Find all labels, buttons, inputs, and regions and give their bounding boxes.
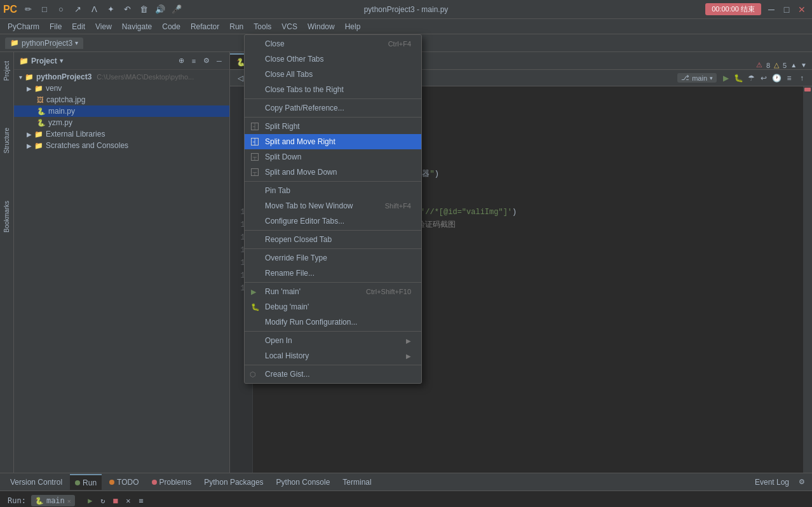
ctx-close-all[interactable]: Close All Tabs [245, 67, 421, 82]
rename-label: Rename File... [265, 269, 315, 278]
context-menu-overlay[interactable]: Close Ctrl+F4 Close Other Tabs Close All… [0, 0, 812, 507]
reopen-label: Reopen Closed Tab [265, 235, 332, 244]
close-all-label: Close All Tabs [265, 70, 313, 79]
menu-group-file: Override File Type Rename File... [245, 249, 421, 283]
ctx-create-gist[interactable]: ⬡ Create Gist... [245, 367, 421, 382]
ctx-reopen[interactable]: Reopen Closed Tab [245, 232, 421, 247]
split-down-icon: ┬ [251, 153, 259, 161]
ctx-move-window[interactable]: Move Tab to New Window Shift+F4 [245, 198, 421, 213]
local-history-label: Local History [265, 351, 309, 360]
pin-tab-label: Pin Tab [265, 186, 290, 195]
ctx-rename[interactable]: Rename File... [245, 266, 421, 281]
ctx-close-right[interactable]: Close Tabs to the Right [245, 82, 421, 97]
debug-icon: 🐛 [251, 303, 260, 311]
open-in-label: Open In [265, 336, 292, 345]
ctx-pin-tab[interactable]: Pin Tab [245, 183, 421, 198]
override-type-label: Override File Type [265, 254, 327, 262]
split-move-right-label: Split and Move Right [265, 137, 335, 146]
ctx-copy-path[interactable]: Copy Path/Reference... [245, 100, 421, 116]
ctx-debug-main[interactable]: 🐛 Debug 'main' [245, 299, 421, 314]
ctx-configure-tabs[interactable]: Configure Editor Tabs... [245, 213, 421, 229]
open-in-arrow-icon: ▶ [406, 337, 411, 344]
move-window-shortcut: Shift+F4 [385, 202, 411, 210]
ctx-modify-run[interactable]: Modify Run Configuration... [245, 314, 421, 330]
ctx-local-history[interactable]: Local History ▶ [245, 348, 421, 363]
menu-group-reopen: Reopen Closed Tab [245, 231, 421, 249]
context-menu: Close Ctrl+F4 Close Other Tabs Close All… [244, 34, 422, 384]
ctx-split-right[interactable]: ┤ Split Right [245, 119, 421, 134]
split-move-down-label: Split and Move Down [265, 168, 337, 177]
close-right-label: Close Tabs to the Right [265, 85, 344, 94]
github-icon: ⬡ [250, 370, 256, 379]
split-down-label: Split Down [265, 152, 301, 161]
menu-group-close: Close Ctrl+F4 Close Other Tabs Close All… [245, 35, 421, 99]
menu-group-split: ┤ Split Right ┤ Split and Move Right ┬ S… [245, 118, 421, 182]
ctx-open-in[interactable]: Open In ▶ [245, 333, 421, 348]
create-gist-label: Create Gist... [265, 370, 310, 379]
modify-run-label: Modify Run Configuration... [265, 318, 357, 327]
run-icon: ▶ [251, 288, 256, 296]
close-label: Close [265, 39, 285, 48]
split-right-icon: ┤ [251, 123, 259, 130]
split-move-right-icon: ┤ [251, 138, 259, 145]
menu-group-open: Open In ▶ Local History ▶ [245, 332, 421, 365]
menu-group-run: ▶ Run 'main' Ctrl+Shift+F10 🐛 Debug 'mai… [245, 283, 421, 332]
close-shortcut: Ctrl+F4 [388, 40, 411, 48]
run-main-label: Run 'main' [265, 287, 301, 296]
move-window-label: Move Tab to New Window [265, 201, 353, 210]
menu-group-gist: ⬡ Create Gist... [245, 365, 421, 383]
ctx-run-main[interactable]: ▶ Run 'main' Ctrl+Shift+F10 [245, 284, 421, 299]
copy-path-label: Copy Path/Reference... [265, 104, 344, 112]
run-main-shortcut: Ctrl+Shift+F10 [366, 288, 411, 295]
configure-tabs-label: Configure Editor Tabs... [265, 217, 344, 226]
ctx-close[interactable]: Close Ctrl+F4 [245, 36, 421, 51]
close-others-label: Close Other Tabs [265, 55, 324, 64]
debug-main-label: Debug 'main' [265, 302, 309, 311]
split-move-down-icon: ┬ [251, 168, 259, 176]
menu-group-pin: Pin Tab Move Tab to New Window Shift+F4 … [245, 182, 421, 231]
ctx-override-type[interactable]: Override File Type [245, 250, 421, 266]
ctx-split-move-right[interactable]: ┤ Split and Move Right [245, 134, 421, 149]
ctx-close-others[interactable]: Close Other Tabs [245, 51, 421, 67]
split-right-label: Split Right [265, 122, 300, 131]
ctx-split-move-down[interactable]: ┬ Split and Move Down [245, 165, 421, 180]
menu-group-copy: Copy Path/Reference... [245, 99, 421, 118]
ctx-split-down[interactable]: ┬ Split Down [245, 149, 421, 165]
local-history-arrow-icon: ▶ [406, 353, 411, 360]
